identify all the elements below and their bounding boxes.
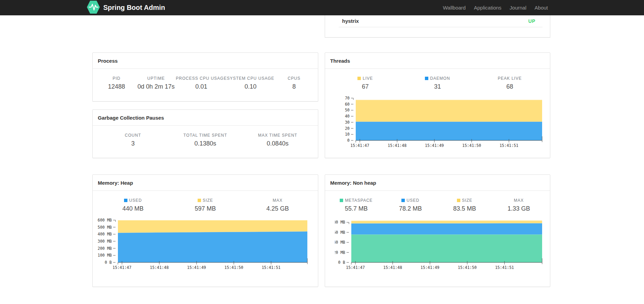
stat-pid-value: 12488 <box>97 83 136 90</box>
stat-threads-live: LIVE 67 <box>329 76 401 90</box>
stat-heap-used-value: 440 MB <box>97 205 169 212</box>
stat-nonheap-size: SIZE 83.5 MB <box>438 198 492 212</box>
stat-cpus: CPUS 8 <box>274 76 314 90</box>
svg-text:20 MB: 20 MB <box>335 250 345 255</box>
stat-threads-daemon-label: DAEMON <box>401 76 474 81</box>
stat-gc-count-label: COUNT <box>97 133 169 138</box>
svg-text:100 MB: 100 MB <box>97 253 112 258</box>
stat-threads-peak: PEAK LIVE 68 <box>474 76 546 90</box>
process-card: Process PID 12488 UPTIME 0d 0h 2m 17s PR… <box>92 52 318 102</box>
stat-uptime-label: UPTIME <box>136 76 176 81</box>
nav-link-wallboard[interactable]: Wallboard <box>439 0 470 15</box>
stat-process-cpu: PROCESS CPU USAGE 0.01 <box>176 76 227 90</box>
gc-card: Garbage Collection Pauses COUNT 3 TOTAL … <box>92 109 318 158</box>
stat-nonheap-max-value: 1.33 GB <box>492 205 546 212</box>
svg-text:0: 0 <box>347 138 350 143</box>
svg-text:300 MB: 300 MB <box>97 239 112 244</box>
svg-text:15:41:48: 15:41:48 <box>150 265 169 270</box>
svg-text:15:41:49: 15:41:49 <box>425 143 444 148</box>
stat-system-cpu: SYSTEM CPU USAGE 0.10 <box>227 76 274 90</box>
stat-threads-daemon-value: 31 <box>401 83 474 90</box>
stat-gc-max-time-label: MAX TIME SPENT <box>242 133 314 138</box>
metaspace-legend-swatch <box>340 199 343 202</box>
heap-size-legend-swatch <box>198 199 201 202</box>
stat-gc-max-time: MAX TIME SPENT 0.0840s <box>242 133 314 147</box>
svg-text:20: 20 <box>345 126 350 131</box>
live-legend-swatch <box>357 77 361 80</box>
stat-nonheap-max-label: MAX <box>492 198 546 203</box>
stat-threads-live-label: LIVE <box>329 76 401 81</box>
nonheap-stats: METASPACE 55.7 MB USED 78.2 MB SIZE 83.5… <box>325 198 550 212</box>
svg-text:0 B: 0 B <box>105 260 112 265</box>
stat-heap-size-value: 597 MB <box>169 205 241 212</box>
threads-card: Threads LIVE 67 DAEMON 31 PEAK LIVE 68 1… <box>325 52 550 158</box>
svg-text:30: 30 <box>345 120 350 125</box>
stat-metaspace-label: METASPACE <box>329 198 383 203</box>
svg-text:15:41:47: 15:41:47 <box>350 143 369 148</box>
nonheap-size-legend-swatch <box>457 199 460 202</box>
svg-text:60: 60 <box>345 102 350 107</box>
nav-link-journal[interactable]: Journal <box>506 0 531 15</box>
stat-nonheap-size-value: 83.5 MB <box>438 205 492 212</box>
stat-pid-label: PID <box>97 76 136 81</box>
nav-links: Wallboard Applications Journal About <box>439 0 552 15</box>
stat-gc-count-value: 3 <box>97 140 169 147</box>
svg-text:10: 10 <box>345 132 350 137</box>
health-card: hystrix UP <box>325 15 550 37</box>
memory-heap-area-chart: 15:41:4715:41:4815:41:4915:41:5015:41:51… <box>97 218 312 273</box>
gc-stats: COUNT 3 TOTAL TIME SPENT 0.1380s MAX TIM… <box>93 133 318 147</box>
stat-system-cpu-label: SYSTEM CPU USAGE <box>227 76 274 81</box>
health-row-hystrix: hystrix UP <box>325 15 550 27</box>
svg-text:15:41:50: 15:41:50 <box>462 143 481 148</box>
svg-text:0 B: 0 B <box>338 260 345 265</box>
process-stats: PID 12488 UPTIME 0d 0h 2m 17s PROCESS CP… <box>93 76 318 90</box>
stat-process-cpu-value: 0.01 <box>176 83 227 90</box>
health-item-name: hystrix <box>342 18 359 24</box>
stat-heap-max: MAX 4.25 GB <box>242 198 314 212</box>
svg-text:600 MB: 600 MB <box>97 218 112 223</box>
svg-text:80 MB: 80 MB <box>335 220 345 225</box>
stat-nonheap-used-value: 78.2 MB <box>383 205 438 212</box>
threads-stats: LIVE 67 DAEMON 31 PEAK LIVE 68 <box>325 76 550 90</box>
stat-system-cpu-value: 0.10 <box>227 83 274 90</box>
svg-text:15:41:48: 15:41:48 <box>388 143 407 148</box>
stat-gc-total-time: TOTAL TIME SPENT 0.1380s <box>169 133 241 147</box>
process-card-title: Process <box>93 53 318 69</box>
threads-card-title: Threads <box>325 53 550 69</box>
stat-gc-max-time-value: 0.0840s <box>242 140 314 147</box>
stat-process-cpu-label: PROCESS CPU USAGE <box>176 76 227 81</box>
nav-link-applications[interactable]: Applications <box>470 0 506 15</box>
svg-text:15:41:51: 15:41:51 <box>262 265 280 270</box>
stat-nonheap-used: USED 78.2 MB <box>383 198 438 212</box>
svg-text:70: 70 <box>345 96 350 101</box>
memory-heap-card-title: Memory: Heap <box>93 175 318 191</box>
stat-gc-total-time-label: TOTAL TIME SPENT <box>169 133 241 138</box>
health-status-badge: UP <box>528 18 535 24</box>
stat-pid: PID 12488 <box>97 76 136 90</box>
svg-text:15:41:47: 15:41:47 <box>112 265 131 270</box>
memory-heap-card: Memory: Heap USED 440 MB SIZE 597 MB MAX… <box>92 174 318 287</box>
brand[interactable]: Spring Boot Admin <box>87 0 165 15</box>
stat-uptime-value: 0d 0h 2m 17s <box>136 83 176 90</box>
stat-heap-size: SIZE 597 MB <box>169 198 241 212</box>
svg-text:15:41:50: 15:41:50 <box>225 265 243 270</box>
stat-nonheap-size-label: SIZE <box>438 198 492 203</box>
heap-stats: USED 440 MB SIZE 597 MB MAX 4.25 GB <box>93 198 318 212</box>
stat-gc-count: COUNT 3 <box>97 133 169 147</box>
gc-card-title: Garbage Collection Pauses <box>93 110 318 126</box>
stat-gc-total-time-value: 0.1380s <box>169 140 241 147</box>
top-navbar: Spring Boot Admin Wallboard Applications… <box>0 0 644 15</box>
stat-metaspace: METASPACE 55.7 MB <box>329 198 383 212</box>
memory-nonheap-card: Memory: Non heap METASPACE 55.7 MB USED … <box>325 174 550 287</box>
stat-heap-max-label: MAX <box>242 198 314 203</box>
stat-heap-used-label: USED <box>97 198 169 203</box>
stat-threads-peak-value: 68 <box>474 83 546 90</box>
svg-text:400 MB: 400 MB <box>97 232 112 237</box>
memory-nonheap-card-title: Memory: Non heap <box>325 175 550 191</box>
svg-text:40 MB: 40 MB <box>335 240 345 245</box>
heap-used-legend-swatch <box>124 199 127 202</box>
stat-cpus-value: 8 <box>274 83 314 90</box>
svg-text:50: 50 <box>345 108 350 112</box>
nav-link-about[interactable]: About <box>531 0 552 15</box>
stat-threads-daemon: DAEMON 31 <box>401 76 474 90</box>
